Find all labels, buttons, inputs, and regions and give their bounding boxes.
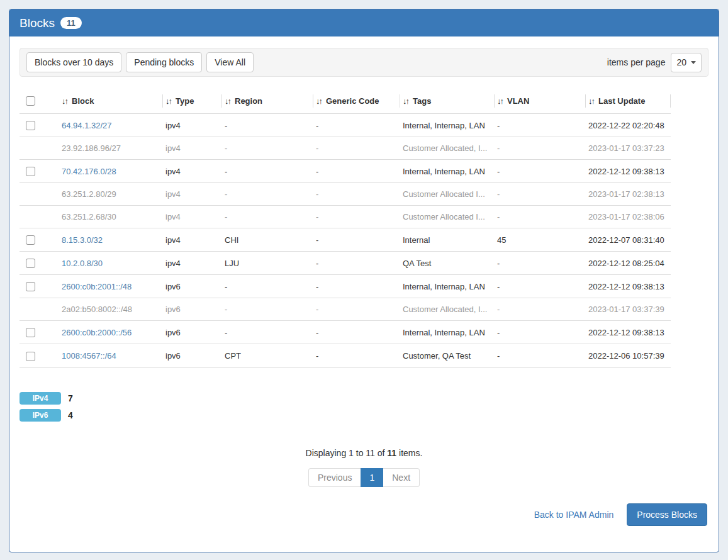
- blocks-panel: Blocks 11 Blocks over 10 days Pending bl…: [9, 9, 719, 552]
- column-header[interactable]: ↓↑Type: [163, 88, 222, 114]
- row-checkbox-cell: [20, 114, 59, 137]
- block-cell: 23.92.186.96/27: [59, 137, 163, 160]
- block-link[interactable]: 2600:c0b:2001::/48: [62, 282, 132, 291]
- column-header[interactable]: ↓↑Tags: [400, 88, 495, 114]
- filter-pending-blocks-button[interactable]: Pending blocks: [126, 52, 202, 72]
- tags-cell: Customer Allocated I...: [400, 206, 495, 228]
- row-checkbox-cell: [20, 183, 59, 206]
- block-link[interactable]: 63.251.2.68/30: [62, 212, 116, 221]
- column-header-label: Block: [72, 96, 94, 106]
- block-cell: 63.251.2.80/29: [59, 183, 163, 206]
- vlan-cell: -: [495, 114, 586, 137]
- column-header[interactable]: ↓↑VLAN: [495, 88, 586, 114]
- block-link[interactable]: 70.42.176.0/28: [62, 167, 116, 176]
- tags-cell: Internal: [400, 228, 495, 252]
- ipv4-badge: IPv4: [20, 392, 61, 405]
- last-update-cell: 2023-01-17 02:38:06: [586, 206, 671, 228]
- row-checkbox[interactable]: [26, 328, 35, 337]
- block-link[interactable]: 2600:c0b:2000::/56: [62, 328, 132, 337]
- sort-icon[interactable]: ↓↑: [497, 96, 503, 106]
- block-cell: 63.251.2.68/30: [59, 206, 163, 228]
- next-page-button[interactable]: Next: [383, 468, 420, 487]
- table-row: 2600:c0b:2001::/48 ipv6 - - Internal, In…: [20, 275, 671, 298]
- tags-cell: Internal, Internap, LAN: [400, 114, 495, 137]
- block-link[interactable]: 64.94.1.32/27: [62, 121, 112, 130]
- row-checkbox-cell: [20, 228, 59, 252]
- previous-page-button[interactable]: Previous: [308, 468, 361, 487]
- vlan-cell: -: [495, 160, 586, 183]
- block-link[interactable]: 23.92.186.96/27: [62, 143, 121, 153]
- pagination: Previous 1 Next: [20, 468, 708, 487]
- column-header[interactable]: ↓↑Last Update: [586, 88, 671, 114]
- row-checkbox-cell: [20, 206, 59, 228]
- column-header-label: Last Update: [598, 96, 645, 106]
- page-1-button[interactable]: 1: [361, 468, 383, 487]
- sort-icon[interactable]: ↓↑: [588, 96, 594, 106]
- row-checkbox[interactable]: [26, 167, 35, 176]
- last-update-cell: 2023-01-17 02:38:13: [586, 183, 671, 206]
- filter-blocks-over-10-days-button[interactable]: Blocks over 10 days: [26, 52, 121, 72]
- last-update-cell: 2023-01-17 03:37:39: [586, 298, 671, 321]
- row-checkbox[interactable]: [26, 121, 35, 130]
- type-summary: IPv4 7 IPv6 4: [20, 392, 708, 422]
- row-checkbox-cell: [20, 252, 59, 275]
- ipv6-badge: IPv6: [20, 409, 61, 422]
- table-row: 2600:c0b:2000::/56 ipv6 - - Internal, In…: [20, 321, 671, 344]
- row-checkbox-cell: [20, 344, 59, 367]
- items-per-page-select[interactable]: 20: [671, 53, 702, 72]
- vlan-cell: -: [495, 137, 586, 160]
- tags-cell: Internal, Internap, LAN: [400, 160, 495, 183]
- type-cell: ipv6: [163, 275, 222, 298]
- vlan-cell: -: [495, 252, 586, 275]
- block-cell: 64.94.1.32/27: [59, 114, 163, 137]
- block-cell: 10.2.0.8/30: [59, 252, 163, 275]
- sort-icon[interactable]: ↓↑: [403, 96, 408, 106]
- column-header-label: Type: [176, 96, 194, 106]
- sort-icon[interactable]: ↓↑: [165, 96, 171, 106]
- back-to-ipam-admin-link[interactable]: Back to IPAM Admin: [534, 510, 614, 520]
- sort-icon[interactable]: ↓↑: [316, 96, 322, 106]
- vlan-cell: -: [495, 298, 586, 321]
- select-all-checkbox[interactable]: [26, 96, 35, 106]
- last-update-cell: 2022-12-12 09:38:13: [586, 160, 671, 183]
- filter-view-all-button[interactable]: View All: [206, 52, 254, 72]
- block-cell: 2600:c0b:2000::/56: [59, 321, 163, 344]
- region-cell: -: [222, 298, 313, 321]
- block-link[interactable]: 63.251.2.80/29: [62, 189, 116, 199]
- table-row: 1008:4567::/64 ipv6 CPT - Customer, QA T…: [20, 344, 671, 367]
- type-cell: ipv4: [163, 183, 222, 206]
- panel-body: Blocks over 10 days Pending blocks View …: [9, 36, 719, 526]
- block-link[interactable]: 1008:4567::/64: [62, 351, 116, 361]
- block-link[interactable]: 10.2.0.8/30: [62, 259, 103, 268]
- column-header[interactable]: ↓↑Block: [59, 88, 163, 114]
- sort-icon[interactable]: ↓↑: [225, 96, 230, 106]
- region-cell: CPT: [222, 344, 313, 367]
- display-info-prefix: Displaying 1 to 11 of: [306, 448, 385, 458]
- block-link[interactable]: 2a02:b50:8002::/48: [62, 305, 132, 314]
- generic-code-cell: -: [313, 160, 400, 183]
- block-link[interactable]: 8.15.3.0/32: [62, 235, 103, 245]
- row-checkbox[interactable]: [26, 235, 35, 245]
- tags-cell: Customer Allocated, I...: [400, 137, 495, 160]
- type-cell: ipv6: [163, 298, 222, 321]
- process-blocks-button[interactable]: Process Blocks: [627, 503, 707, 526]
- column-header[interactable]: ↓↑Region: [222, 88, 313, 114]
- table-row: 8.15.3.0/32 ipv4 CHI - Internal 45 2022-…: [20, 228, 671, 252]
- vlan-cell: -: [495, 344, 586, 367]
- generic-code-cell: -: [313, 228, 400, 252]
- last-update-cell: 2022-12-22 02:20:48: [586, 114, 671, 137]
- row-checkbox[interactable]: [26, 259, 35, 268]
- region-cell: -: [222, 183, 313, 206]
- row-checkbox-cell: [20, 275, 59, 298]
- vlan-cell: -: [495, 206, 586, 228]
- vlan-cell: 45: [495, 228, 586, 252]
- row-checkbox[interactable]: [26, 352, 35, 361]
- type-cell: ipv4: [163, 206, 222, 228]
- row-checkbox-cell: [20, 160, 59, 183]
- items-per-page: items per page 20: [607, 53, 702, 72]
- generic-code-cell: -: [313, 321, 400, 344]
- table-row: 23.92.186.96/27 ipv4 - - Customer Alloca…: [20, 137, 671, 160]
- row-checkbox[interactable]: [26, 282, 35, 291]
- sort-icon[interactable]: ↓↑: [62, 96, 67, 106]
- column-header[interactable]: ↓↑Generic Code: [313, 88, 400, 114]
